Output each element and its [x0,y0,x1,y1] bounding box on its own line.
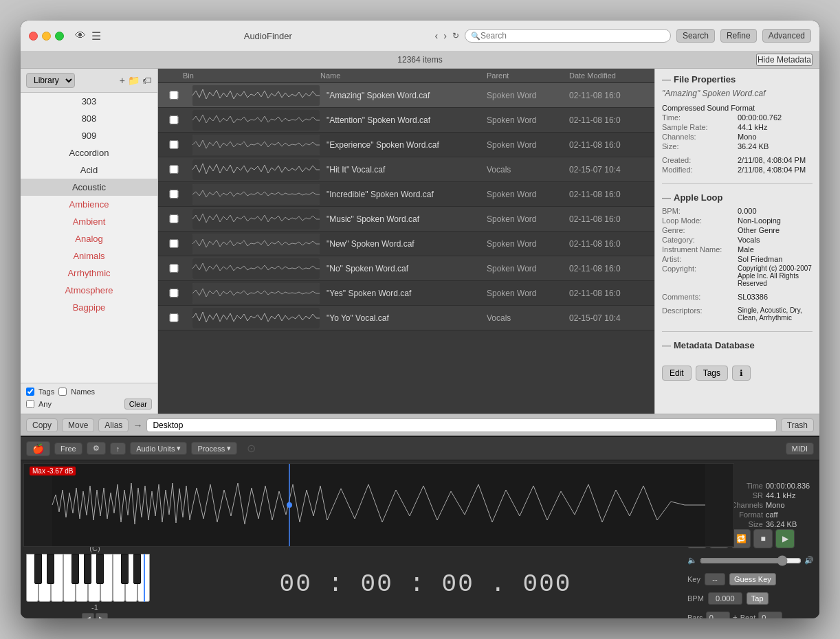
eye-icon[interactable]: 👁 [75,30,86,42]
close-button[interactable] [29,32,38,41]
piano-key-cs[interactable] [34,554,42,584]
share-button[interactable]: ↑ [110,442,126,455]
table-row[interactable]: "Experience" Spoken Word.caf Spoken Word… [158,133,654,157]
hide-metadata-button[interactable]: Hide Metadata [756,54,813,66]
piano-key-cs2[interactable] [121,554,129,584]
row-checkbox[interactable] [164,214,184,223]
piano-keys[interactable] [26,554,164,602]
piano-key-ds2[interactable] [133,554,141,584]
main-content: Library + 📁 🏷 303 808 909 Accordion Acid… [21,69,819,414]
piano-key-fs[interactable] [71,554,79,584]
sidebar-item-accordion[interactable]: Accordion [21,144,157,161]
tags-checkbox[interactable] [26,388,34,396]
refine-button[interactable]: Refine [720,29,757,43]
back-icon[interactable]: ‹ [435,30,439,41]
names-checkbox[interactable] [58,388,67,396]
bars-input[interactable] [706,612,730,619]
volume-slider[interactable] [700,555,802,566]
info-button[interactable]: ℹ [732,366,751,381]
edit-button[interactable]: Edit [662,366,692,381]
sidebar-item-analog[interactable]: Analog [21,230,157,247]
search-button[interactable]: Search [676,29,715,43]
row-checkbox[interactable] [164,313,184,322]
transport-area: (C) [21,550,819,618]
alias-button[interactable]: Alias [98,418,129,432]
file-date: 02-15-07 10:4 [565,165,654,175]
tags-button[interactable]: Tags [696,366,728,381]
tag-icon[interactable]: 🏷 [142,75,152,86]
add-icon[interactable]: + [120,75,125,86]
free-button[interactable]: Free [54,442,82,455]
table-row[interactable]: "Incredible" Spoken Word.caf Spoken Word… [158,182,654,207]
sidebar-item-acoustic[interactable]: Acoustic [21,179,157,196]
search-input[interactable] [480,31,665,41]
maximize-button[interactable] [55,32,64,41]
file-name: "Amazing" Spoken Word.caf [322,91,483,100]
meta-category-row: Category: Vocals [662,236,813,244]
piano-key-as[interactable] [96,554,104,584]
piano-key-gs[interactable] [84,554,91,584]
row-checkbox[interactable] [164,91,184,100]
sidebar-item-bagpipe[interactable]: Bagpipe [21,299,157,316]
waveform-thumbnail [192,308,320,328]
table-row[interactable]: "No" Spoken Word.caf Spoken Word 02-11-0… [158,256,654,281]
advanced-button[interactable]: Advanced [762,29,811,43]
row-checkbox[interactable] [164,264,184,273]
refresh-icon[interactable]: ↻ [452,31,459,41]
row-checkbox[interactable] [164,140,184,149]
file-parent: Spoken Word [483,91,565,100]
table-row[interactable]: "Yes" Spoken Word.caf Spoken Word 02-11-… [158,281,654,306]
row-checkbox[interactable] [164,289,184,298]
svg-point-100 [287,502,292,508]
sidebar-item-ambience[interactable]: Ambience [21,196,157,213]
beat-input[interactable] [758,612,782,619]
sidebar-item-animals[interactable]: Animals [21,247,157,265]
sidebar-item-acid[interactable]: Acid [21,161,157,179]
piano-key-ds[interactable] [47,554,54,584]
sidebar-footer: Tags Names Any Clear [21,383,157,414]
table-row[interactable]: "Hit It" Vocal.caf Vocals 02-15-07 10:4 [158,157,654,182]
waveform-display[interactable]: Max -3.67 dB [23,463,734,547]
trash-button[interactable]: Trash [781,418,814,432]
repeat-button[interactable]: 🔁 [731,529,751,548]
menu-icon[interactable]: ☰ [91,30,101,43]
guess-key-button[interactable]: Guess Key [729,573,776,585]
row-checkbox[interactable] [164,165,184,174]
forward-icon[interactable]: › [443,30,447,41]
file-name: "New" Spoken Word.caf [322,239,483,249]
stop-button[interactable]: ■ [753,529,773,548]
copy-button[interactable]: Copy [26,418,58,432]
sidebar-item-arrhythmic[interactable]: Arrhythmic [21,265,157,282]
library-dropdown[interactable]: Library [26,73,75,88]
row-checkbox[interactable] [164,190,184,199]
table-row[interactable]: "Attention" Spoken Word.caf Spoken Word … [158,108,654,133]
sidebar-item-atmosphere[interactable]: Atmosphere [21,282,157,299]
sidebar-item-303[interactable]: 303 [21,93,157,110]
table-row[interactable]: "New" Spoken Word.caf Spoken Word 02-11-… [158,232,654,256]
waveform-thumbnail [192,159,320,180]
tap-button[interactable]: Tap [747,592,769,605]
table-row[interactable]: "Amazing" Spoken Word.caf Spoken Word 02… [158,83,654,108]
row-checkbox[interactable] [164,115,184,124]
settings-button[interactable]: ⚙ [87,442,106,455]
table-row[interactable]: "Music" Spoken Word.caf Spoken Word 02-1… [158,207,654,232]
arrow-icon: → [133,420,142,431]
minimize-button[interactable] [42,32,51,41]
row-checkbox[interactable] [164,239,184,248]
piano-right-button[interactable]: ▶ [96,613,108,619]
any-checkbox[interactable] [26,400,34,408]
midi-button[interactable]: MIDI [786,442,814,455]
move-button[interactable]: Move [62,418,94,432]
apple-logo-button[interactable]: 🍎 [26,441,50,456]
sidebar-item-808[interactable]: 808 [21,110,157,127]
process-dropdown[interactable]: Process ▾ [191,442,237,455]
path-input[interactable] [146,418,776,432]
sidebar-item-ambient[interactable]: Ambient [21,213,157,230]
folder-icon[interactable]: 📁 [128,75,140,86]
play-button[interactable]: ▶ [775,529,795,548]
clear-button[interactable]: Clear [124,399,152,410]
table-row[interactable]: "Yo Yo" Vocal.caf Vocals 02-15-07 10:4 [158,306,654,330]
sidebar-item-909[interactable]: 909 [21,127,157,144]
piano-left-button[interactable]: ◀ [82,613,94,619]
audio-units-dropdown[interactable]: Audio Units ▾ [130,442,187,455]
